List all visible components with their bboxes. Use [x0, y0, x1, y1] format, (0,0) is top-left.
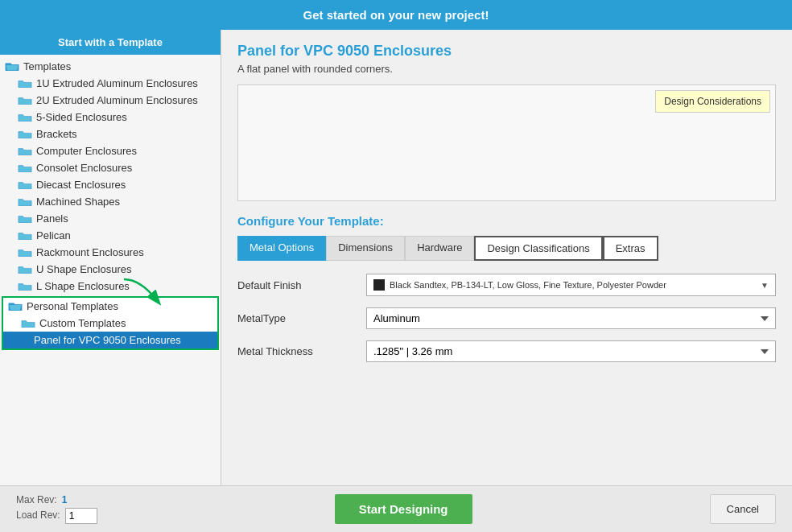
finish-color-swatch	[373, 279, 385, 291]
folder-icon-5sided	[18, 112, 32, 123]
folder-icon-2u	[18, 95, 32, 106]
folder-icon-1u	[18, 78, 32, 89]
sidebar-item-brackets-label: Brackets	[36, 128, 77, 140]
sidebar-item-1u-extruded[interactable]: 1U Extruded Aluminum Enclosures	[0, 75, 221, 92]
field-row-default-finish: Default Finish Black Sandtex, PB-134-LT,…	[237, 274, 776, 296]
field-row-metal-type: MetalType Aluminum	[237, 307, 776, 329]
sidebar-item-2u-label: 2U Extruded Aluminum Enclosures	[36, 94, 198, 106]
cancel-button[interactable]: Cancel	[710, 494, 776, 524]
configure-title: Configure Your Template:	[237, 214, 776, 228]
folder-open-icon	[5, 61, 19, 72]
sidebar-item-5sided[interactable]: 5-Sided Enclosures	[0, 109, 221, 126]
folder-icon-l-shape	[18, 281, 32, 292]
top-bar: Get started on your new project!	[0, 0, 792, 30]
sidebar-item-1u-label: 1U Extruded Aluminum Enclosures	[36, 77, 198, 89]
sidebar-item-personal-templates-label: Personal Templates	[27, 300, 118, 312]
folder-icon-rackmount	[18, 247, 32, 258]
sidebar-item-custom-templates[interactable]: Custom Templates	[3, 315, 217, 332]
start-designing-button[interactable]: Start Designing	[335, 494, 472, 524]
main-layout: Start with a Template Templates	[0, 30, 792, 485]
field-row-metal-thickness: Metal Thickness .1285" | 3.26 mm	[237, 340, 776, 362]
metal-type-select[interactable]: Aluminum	[366, 307, 776, 329]
tabs: Metal Options Dimensions Hardware Design…	[237, 236, 776, 261]
tab-hardware[interactable]: Hardware	[405, 236, 474, 261]
folder-icon-custom	[21, 318, 35, 329]
sidebar-item-panel-vpc9050-label: Panel for VPC 9050 Enclosures	[34, 334, 181, 346]
sidebar-item-machined-shapes[interactable]: Machined Shapes	[0, 193, 221, 210]
content-area: Panel for VPC 9050 Enclosures A flat pan…	[221, 30, 792, 485]
load-rev-input[interactable]	[65, 508, 97, 524]
sidebar-item-brackets[interactable]: Brackets	[0, 126, 221, 142]
sidebar-item-l-shape[interactable]: L Shape Enclosures	[0, 278, 221, 295]
sidebar-item-computer-enclosures[interactable]: Computer Enclosures	[0, 142, 221, 159]
metal-type-label: MetalType	[237, 312, 366, 324]
sidebar-item-diecast-label: Diecast Enclosures	[36, 179, 126, 191]
top-bar-title: Get started on your new project!	[303, 8, 489, 22]
max-rev-row: Max Rev: 1	[16, 494, 97, 508]
metal-thickness-select[interactable]: .1285" | 3.26 mm	[366, 340, 776, 362]
folder-icon-diecast	[18, 179, 32, 191]
sidebar-header: Start with a Template	[0, 30, 221, 55]
folder-icon-computer	[18, 146, 32, 157]
tab-extras[interactable]: Extras	[603, 236, 658, 261]
sidebar-item-pelican[interactable]: Pelican	[0, 227, 221, 244]
sidebar-item-templates[interactable]: Templates	[0, 58, 221, 75]
folder-icon-consolet	[18, 163, 32, 174]
design-considerations-badge: Design Considerations	[655, 90, 770, 113]
sidebar-item-u-shape[interactable]: U Shape Enclosures	[0, 261, 221, 278]
finish-value: Black Sandtex, PB-134-LT, Low Gloss, Fin…	[390, 280, 756, 290]
sidebar-item-panel-vpc9050[interactable]: Panel for VPC 9050 Enclosures	[3, 332, 217, 348]
folder-open-icon-personal	[8, 301, 23, 312]
tab-metal-options[interactable]: Metal Options	[237, 236, 326, 261]
sidebar-item-custom-label: Custom Templates	[39, 317, 126, 329]
folder-icon-u-shape	[18, 264, 32, 275]
sidebar-item-personal-templates[interactable]: Personal Templates	[3, 298, 217, 315]
max-rev-label: Max Rev:	[16, 494, 57, 505]
sidebar-item-computer-label: Computer Enclosures	[36, 145, 137, 157]
bottom-bar-revisions: Max Rev: 1 Load Rev:	[16, 494, 97, 524]
tab-design-classifications[interactable]: Design Classifications	[474, 236, 602, 261]
sidebar-item-5sided-label: 5-Sided Enclosures	[36, 111, 127, 123]
sidebar-tree[interactable]: Templates 1U Extruded Aluminum Enclosure…	[0, 55, 221, 485]
content-title: Panel for VPC 9050 Enclosures	[237, 43, 776, 60]
fields-container: Default Finish Black Sandtex, PB-134-LT,…	[237, 274, 776, 373]
sidebar-item-templates-label: Templates	[23, 60, 71, 72]
sidebar-item-pelican-label: Pelican	[36, 229, 71, 241]
load-rev-label: Load Rev:	[16, 509, 60, 521]
sidebar-item-2u-extruded[interactable]: 2U Extruded Aluminum Enclosures	[0, 92, 221, 109]
bottom-bar: Max Rev: 1 Load Rev: Start Designing Can…	[0, 485, 792, 532]
max-rev-value: 1	[62, 494, 68, 505]
sidebar-item-l-shape-label: L Shape Enclosures	[36, 280, 130, 292]
sidebar: Start with a Template Templates	[0, 30, 221, 485]
sidebar-item-consolet[interactable]: Consolet Enclosures	[0, 159, 221, 176]
sidebar-item-panels[interactable]: Panels	[0, 210, 221, 227]
load-rev-row: Load Rev:	[16, 508, 97, 524]
sidebar-item-rackmount-label: Rackmount Enclosures	[36, 246, 144, 258]
bottom-bar-center: Start Designing	[113, 494, 694, 524]
tab-dimensions[interactable]: Dimensions	[326, 236, 405, 261]
folder-icon-brackets	[18, 129, 32, 140]
metal-thickness-label: Metal Thickness	[237, 345, 366, 357]
sidebar-item-rackmount[interactable]: Rackmount Enclosures	[0, 244, 221, 261]
content-subtitle: A flat panel with rounded corners.	[237, 63, 776, 75]
folder-icon-machined	[18, 196, 32, 208]
sidebar-item-u-shape-label: U Shape Enclosures	[36, 263, 132, 275]
sidebar-item-consolet-label: Consolet Enclosures	[36, 162, 132, 174]
sidebar-item-panels-label: Panels	[36, 212, 68, 225]
folder-icon-pelican	[18, 230, 32, 241]
default-finish-label: Default Finish	[237, 279, 366, 291]
folder-icon-panels	[18, 213, 32, 225]
preview-area: Design Considerations	[237, 85, 776, 201]
default-finish-select[interactable]: Black Sandtex, PB-134-LT, Low Gloss, Fin…	[366, 274, 776, 296]
sidebar-item-diecast[interactable]: Diecast Enclosures	[0, 176, 221, 193]
finish-dropdown-arrow: ▼	[761, 281, 769, 290]
sidebar-item-machined-label: Machined Shapes	[36, 196, 120, 208]
personal-templates-section: Personal Templates Custom Templates Pane…	[2, 296, 219, 350]
